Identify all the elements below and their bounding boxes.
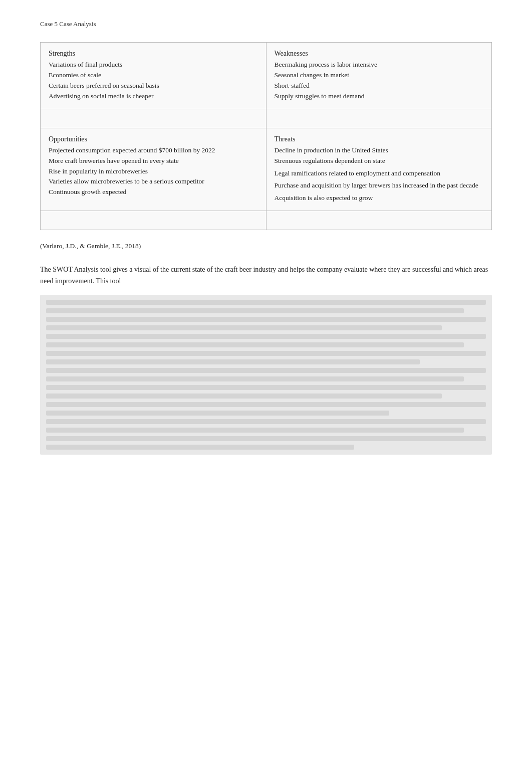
strengths-item-3: Certain beers preferred on seasonal basi… xyxy=(49,81,258,91)
strengths-item-1: Variations of final products xyxy=(49,60,258,70)
swot-row-spacer-top xyxy=(41,109,492,128)
weaknesses-item-4: Supply struggles to meet demand xyxy=(275,91,484,102)
weaknesses-item-2: Seasonal changes in market xyxy=(275,70,484,81)
blurred-line-15 xyxy=(46,419,486,424)
opportunities-item-4: Varieties allow microbreweries to be a s… xyxy=(49,176,258,187)
threats-cell: Threats Decline in production in the Uni… xyxy=(266,128,492,211)
swot-paragraph: The SWOT Analysis tool gives a visual of… xyxy=(40,264,492,287)
blurred-line-9 xyxy=(46,368,486,373)
blurred-line-13 xyxy=(46,402,486,407)
blurred-line-2 xyxy=(46,308,464,313)
weaknesses-item-1: Beermaking process is labor intensive xyxy=(275,60,484,70)
blurred-line-14 xyxy=(46,411,389,416)
page-title: Case 5 Case Analysis xyxy=(40,20,492,28)
swot-row-bottom: Opportunities Projected consumption expe… xyxy=(41,128,492,211)
blurred-line-7 xyxy=(46,351,486,356)
opportunities-item-3: Rise in popularity in microbreweries xyxy=(49,166,258,177)
blurred-line-17 xyxy=(46,436,486,441)
opportunities-item-1: Projected consumption expected around $7… xyxy=(49,145,258,156)
threats-item-4: Purchase and acquisition by larger brewe… xyxy=(275,180,484,191)
opportunities-title: Opportunities xyxy=(49,135,258,143)
blurred-line-4 xyxy=(46,325,442,330)
blurred-line-10 xyxy=(46,376,464,381)
blurred-line-5 xyxy=(46,334,486,339)
opportunities-item-2: More craft breweries have opened in ever… xyxy=(49,156,258,166)
blurred-line-11 xyxy=(46,385,486,390)
weaknesses-title: Weaknesses xyxy=(275,50,484,58)
blurred-text-block xyxy=(40,295,492,455)
blurred-line-18 xyxy=(46,445,354,450)
swot-row-top: Strengths Variations of final products E… xyxy=(41,43,492,109)
threats-item-3: Legal ramifications related to employmen… xyxy=(275,168,484,179)
threats-item-2: Strenuous regulations dependent on state xyxy=(275,156,484,166)
strengths-title: Strengths xyxy=(49,50,258,58)
opportunities-cell: Opportunities Projected consumption expe… xyxy=(41,128,267,211)
blurred-line-1 xyxy=(46,300,486,305)
strengths-cell: Strengths Variations of final products E… xyxy=(41,43,267,109)
blurred-line-6 xyxy=(46,342,464,347)
threats-title: Threats xyxy=(275,135,484,143)
blurred-line-8 xyxy=(46,359,420,364)
weaknesses-item-3: Short-staffed xyxy=(275,81,484,91)
swot-row-spacer-bottom xyxy=(41,211,492,230)
swot-table: Strengths Variations of final products E… xyxy=(40,42,492,230)
strengths-item-4: Advertising on social media is cheaper xyxy=(49,91,258,102)
weaknesses-cell: Weaknesses Beermaking process is labor i… xyxy=(266,43,492,109)
blurred-line-3 xyxy=(46,317,486,322)
blurred-line-12 xyxy=(46,394,442,399)
threats-item-5: Acquisition is also expected to grow xyxy=(275,193,484,204)
opportunities-item-5: Continuous growth expected xyxy=(49,187,258,198)
strengths-item-2: Economies of scale xyxy=(49,70,258,81)
threats-item-1: Decline in production in the United Stat… xyxy=(275,145,484,156)
blurred-line-16 xyxy=(46,428,464,433)
citation: (Varlaro, J.D., & Gamble, J.E., 2018) xyxy=(40,242,492,250)
